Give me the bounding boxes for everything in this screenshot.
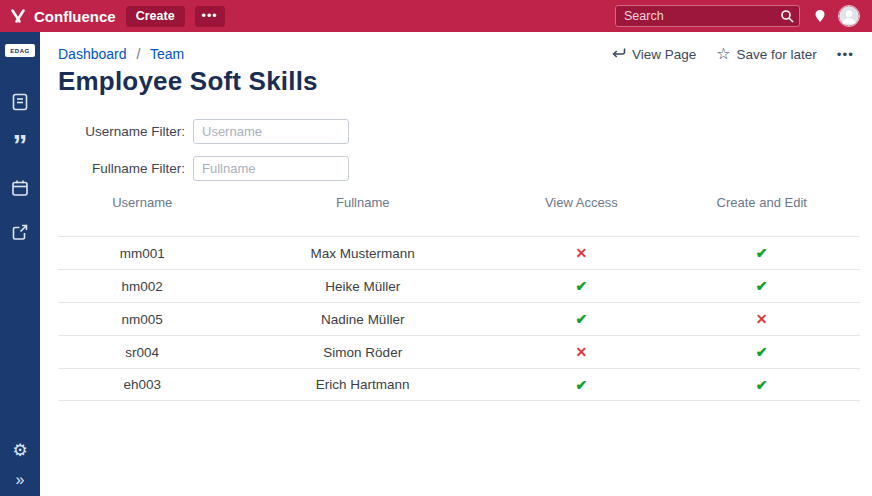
- cell-username: mm001: [58, 246, 226, 261]
- view-access-mark: ✔: [499, 278, 663, 294]
- sidebar-nav: ”: [11, 93, 29, 241]
- pages-icon[interactable]: [11, 93, 29, 111]
- page-actions: View Page ☆ Save for later •••: [611, 47, 860, 62]
- page-header-row: Dashboard / Team View Page ☆ Save for la…: [58, 46, 860, 62]
- breadcrumb-dashboard[interactable]: Dashboard: [58, 46, 127, 62]
- column-header-view-access: View Access: [499, 195, 663, 210]
- cell-username: eh003: [58, 377, 226, 392]
- breadcrumb: Dashboard / Team: [58, 46, 184, 62]
- save-for-later-button[interactable]: ☆ Save for later: [716, 47, 817, 62]
- expand-sidebar-icon[interactable]: »: [16, 472, 25, 488]
- header-more-button[interactable]: •••: [195, 6, 225, 27]
- breadcrumb-separator: /: [136, 46, 140, 62]
- star-icon: ☆: [716, 47, 730, 61]
- cell-username: sr004: [58, 345, 226, 360]
- username-filter-row: Username Filter:: [58, 119, 860, 144]
- table-row: eh003 Erich Hartmann ✔ ✔: [58, 368, 860, 401]
- fullname-filter-input[interactable]: [193, 156, 349, 181]
- table-row: nm005 Nadine Müller ✔ ✕: [58, 302, 860, 335]
- fullname-filter-row: Fullname Filter:: [58, 156, 860, 181]
- username-filter-input[interactable]: [193, 119, 349, 144]
- table-row: mm001 Max Mustermann ✕ ✔: [58, 236, 860, 269]
- settings-gear-icon[interactable]: ⚙: [12, 442, 27, 460]
- search-input[interactable]: [615, 5, 800, 27]
- page-more-button[interactable]: •••: [837, 47, 854, 62]
- create-edit-mark: ✔: [663, 278, 859, 294]
- column-header-create-edit: Create and Edit: [663, 195, 859, 210]
- view-access-mark: ✔: [499, 311, 663, 327]
- fullname-filter-label: Fullname Filter:: [58, 161, 193, 176]
- username-filter-label: Username Filter:: [58, 124, 193, 139]
- column-header-username: Username: [58, 195, 226, 210]
- create-edit-mark: ✔: [663, 245, 859, 261]
- cell-fullname: Nadine Müller: [226, 312, 499, 327]
- create-edit-mark: ✕: [663, 311, 859, 327]
- sidebar-bottom: ⚙ »: [12, 442, 27, 488]
- return-arrow-icon: [611, 47, 626, 62]
- view-access-mark: ✔: [499, 377, 663, 393]
- search-box: [615, 5, 800, 27]
- blog-quote-icon[interactable]: ”: [13, 137, 28, 153]
- column-header-fullname: Fullname: [226, 195, 499, 210]
- app-header: Confluence Create •••: [0, 0, 872, 32]
- cell-fullname: Max Mustermann: [226, 246, 499, 261]
- avatar[interactable]: [838, 5, 860, 27]
- save-for-later-label: Save for later: [737, 47, 817, 62]
- cell-fullname: Erich Hartmann: [226, 377, 499, 392]
- app-sidebar: EDAG ” ⚙ »: [0, 32, 40, 496]
- app-brand: Confluence: [34, 8, 116, 25]
- space-logo-edag[interactable]: EDAG: [5, 44, 35, 57]
- table-row: sr004 Simon Röder ✕ ✔: [58, 335, 860, 368]
- skills-table: Username Fullname View Access Create and…: [58, 195, 860, 401]
- view-access-mark: ✕: [499, 344, 663, 360]
- cell-fullname: Heike Müller: [226, 279, 499, 294]
- view-page-button[interactable]: View Page: [611, 47, 696, 62]
- calendar-icon[interactable]: [11, 179, 29, 197]
- cell-fullname: Simon Röder: [226, 345, 499, 360]
- cell-username: nm005: [58, 312, 226, 327]
- confluence-logo-icon[interactable]: [10, 8, 26, 24]
- breadcrumb-team[interactable]: Team: [150, 46, 184, 62]
- view-page-label: View Page: [632, 47, 696, 62]
- create-button[interactable]: Create: [126, 6, 185, 27]
- cell-username: hm002: [58, 279, 226, 294]
- filter-form: Username Filter: Fullname Filter:: [58, 119, 860, 181]
- main-content: Dashboard / Team View Page ☆ Save for la…: [40, 32, 872, 496]
- page-title: Employee Soft Skills: [58, 66, 860, 97]
- external-link-icon[interactable]: [11, 223, 29, 241]
- table-row: hm002 Heike Müller ✔ ✔: [58, 269, 860, 302]
- pin-icon[interactable]: [814, 9, 826, 23]
- search-icon[interactable]: [780, 9, 794, 27]
- create-edit-mark: ✔: [663, 344, 859, 360]
- view-access-mark: ✕: [499, 245, 663, 261]
- table-header-row: Username Fullname View Access Create and…: [58, 195, 860, 210]
- create-edit-mark: ✔: [663, 377, 859, 393]
